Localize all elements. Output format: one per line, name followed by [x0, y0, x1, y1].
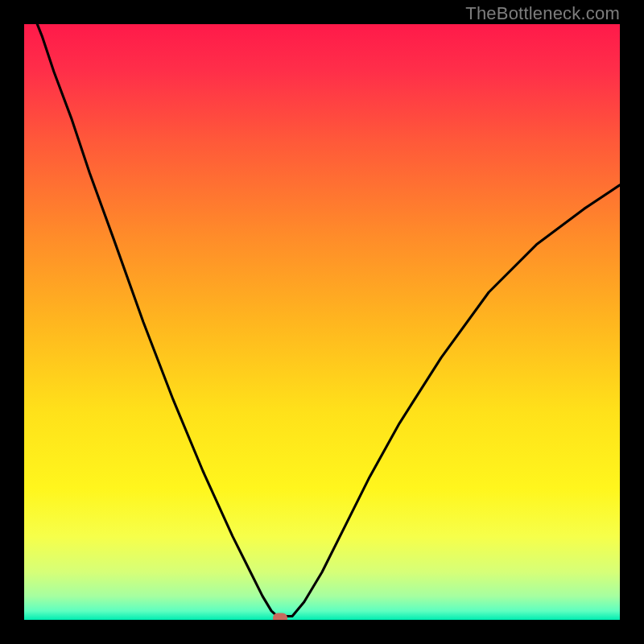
reference-point-dot — [273, 613, 287, 620]
chart-frame: TheBottleneck.com — [0, 0, 644, 644]
attribution-text: TheBottleneck.com — [465, 3, 620, 24]
chart-curve — [24, 24, 620, 620]
chart-plot-area — [24, 24, 620, 620]
